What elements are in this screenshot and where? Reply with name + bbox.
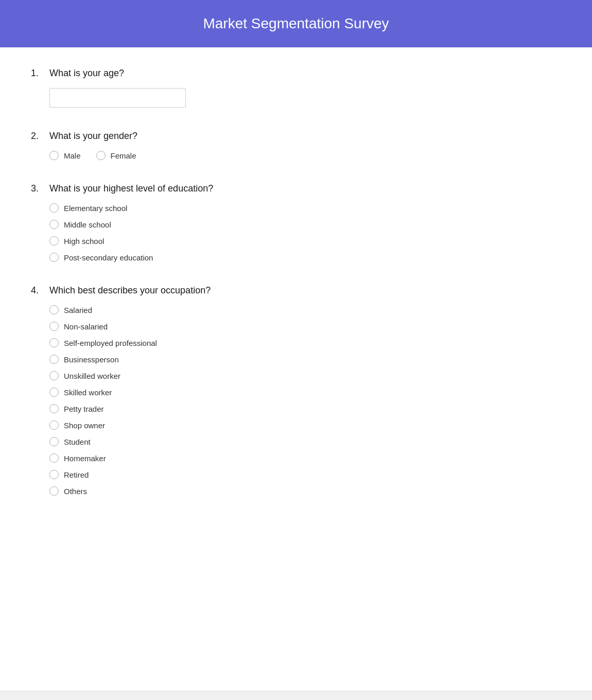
question-3-text: What is your highest level of education?	[49, 183, 213, 194]
occupation-retired-radio[interactable]	[49, 470, 59, 479]
survey-title: Market Segmentation Survey	[10, 15, 582, 32]
occupation-retired-option[interactable]: Retired	[49, 470, 561, 479]
education-postsecondary-option[interactable]: Post-secondary education	[49, 253, 561, 262]
occupation-shopowner-option[interactable]: Shop owner	[49, 421, 561, 430]
education-high-option[interactable]: High school	[49, 236, 561, 246]
occupation-student-option[interactable]: Student	[49, 437, 561, 446]
occupation-student-label: Student	[64, 437, 91, 446]
occupation-pettytrader-label: Petty trader	[64, 405, 104, 413]
education-elementary-option[interactable]: Elementary school	[49, 203, 561, 213]
question-2: 2. What is your gender? Male Female	[31, 131, 561, 160]
occupation-salaried-radio[interactable]	[49, 305, 59, 314]
education-postsecondary-radio[interactable]	[49, 253, 59, 262]
occupation-unskilledworker-option[interactable]: Unskilled worker	[49, 371, 561, 380]
education-middle-option[interactable]: Middle school	[49, 220, 561, 229]
occupation-businessperson-radio[interactable]	[49, 355, 59, 364]
education-high-radio[interactable]	[49, 236, 59, 246]
education-postsecondary-label: Post-secondary education	[64, 253, 153, 262]
question-1-text: What is your age?	[49, 68, 124, 79]
gender-female-option[interactable]: Female	[96, 151, 136, 160]
question-3-title: 3. What is your highest level of educati…	[31, 183, 561, 194]
occupation-nonsalaried-label: Non-salaried	[64, 322, 108, 331]
question-1-number: 1.	[31, 68, 45, 79]
question-4-number: 4.	[31, 285, 45, 296]
occupation-businessperson-option[interactable]: Businessperson	[49, 355, 561, 364]
occupation-pettytrader-option[interactable]: Petty trader	[49, 404, 561, 413]
occupation-businessperson-label: Businessperson	[64, 355, 119, 364]
question-4: 4. Which best describes your occupation?…	[31, 285, 561, 496]
question-2-text: What is your gender?	[49, 131, 137, 142]
occupation-retired-label: Retired	[64, 470, 89, 479]
occupation-nonsalaried-radio[interactable]	[49, 322, 59, 331]
question-1-title: 1. What is your age?	[31, 68, 561, 79]
gender-female-radio[interactable]	[96, 151, 106, 160]
education-options: Elementary school Middle school High sch…	[49, 203, 561, 262]
occupation-skilledworker-option[interactable]: Skilled worker	[49, 388, 561, 397]
occupation-homemaker-radio[interactable]	[49, 453, 59, 463]
gender-male-label: Male	[64, 151, 81, 160]
occupation-skilledworker-radio[interactable]	[49, 388, 59, 397]
occupation-student-radio[interactable]	[49, 437, 59, 446]
gender-female-label: Female	[111, 151, 136, 160]
gender-male-radio[interactable]	[49, 151, 59, 160]
education-elementary-label: Elementary school	[64, 204, 127, 213]
education-middle-radio[interactable]	[49, 220, 59, 229]
occupation-salaried-label: Salaried	[64, 306, 92, 314]
occupation-salaried-option[interactable]: Salaried	[49, 305, 561, 314]
education-high-label: High school	[64, 237, 104, 246]
occupation-selfemployed-label: Self-employed professional	[64, 339, 157, 347]
occupation-selfemployed-option[interactable]: Self-employed professional	[49, 338, 561, 347]
question-3: 3. What is your highest level of educati…	[31, 183, 561, 262]
occupation-shopowner-radio[interactable]	[49, 421, 59, 430]
main-content: 1. What is your age? 2. What is your gen…	[0, 47, 592, 691]
occupation-options: Salaried Non-salaried Self-employed prof…	[49, 305, 561, 496]
question-2-title: 2. What is your gender?	[31, 131, 561, 142]
page-header: Market Segmentation Survey	[0, 0, 592, 47]
occupation-unskilledworker-radio[interactable]	[49, 371, 59, 380]
occupation-skilledworker-label: Skilled worker	[64, 388, 112, 397]
occupation-homemaker-label: Homemaker	[64, 454, 106, 463]
occupation-unskilledworker-label: Unskilled worker	[64, 372, 120, 380]
occupation-nonsalaried-option[interactable]: Non-salaried	[49, 322, 561, 331]
gender-options: Male Female	[49, 151, 561, 160]
question-1: 1. What is your age?	[31, 68, 561, 108]
occupation-others-option[interactable]: Others	[49, 486, 561, 496]
occupation-homemaker-option[interactable]: Homemaker	[49, 453, 561, 463]
occupation-shopowner-label: Shop owner	[64, 421, 105, 430]
age-input[interactable]	[49, 88, 186, 108]
page-footer: Powered by ZOHO Survey Create unlimited …	[0, 691, 592, 700]
question-2-number: 2.	[31, 131, 45, 142]
occupation-pettytrader-radio[interactable]	[49, 404, 59, 413]
header-bar: Market Segmentation Survey	[0, 0, 592, 47]
occupation-others-radio[interactable]	[49, 486, 59, 496]
question-3-number: 3.	[31, 183, 45, 194]
occupation-others-label: Others	[64, 487, 87, 496]
education-middle-label: Middle school	[64, 220, 111, 229]
gender-male-option[interactable]: Male	[49, 151, 81, 160]
question-4-text: Which best describes your occupation?	[49, 285, 211, 296]
education-elementary-radio[interactable]	[49, 203, 59, 213]
occupation-selfemployed-radio[interactable]	[49, 338, 59, 347]
question-4-title: 4. Which best describes your occupation?	[31, 285, 561, 296]
